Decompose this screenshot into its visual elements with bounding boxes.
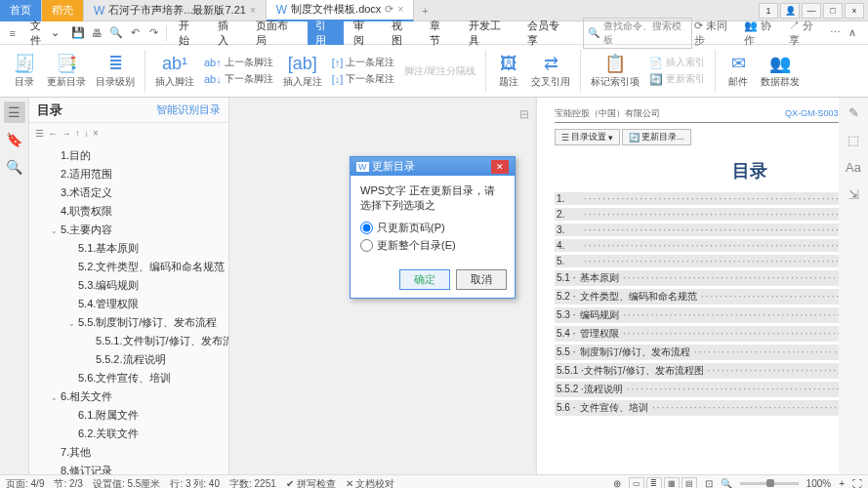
radio-pages-input[interactable] [360, 222, 373, 234]
redo-icon[interactable]: ↷ [145, 24, 162, 42]
collapse-ribbon-icon[interactable]: ∧ [848, 26, 856, 39]
toc-row[interactable]: 4.······································… [555, 239, 839, 252]
next-endnote-btn[interactable]: [↓]下一条尾注 [328, 71, 399, 87]
status-page[interactable]: 页面: 4/9 [6, 477, 44, 489]
close-icon[interactable]: × [397, 4, 403, 15]
menu-insert[interactable]: 插入 [210, 21, 246, 45]
toc-row[interactable]: 3.······································… [555, 224, 839, 236]
view-outline-btn[interactable]: ≣ [646, 477, 662, 489]
collab-btn[interactable]: 👥 协作 [744, 19, 780, 48]
menu-references[interactable]: 引用 [308, 21, 344, 45]
outline-item[interactable]: 5.4.管理权限 [29, 295, 228, 313]
zoom-in-btn[interactable]: + [839, 478, 845, 488]
dialog-close-btn[interactable]: ✕ [491, 160, 509, 174]
command-search[interactable]: 🔍查找命令、搜索模板 [583, 18, 693, 49]
outline-tool-3[interactable]: → [62, 128, 71, 139]
menu-icon[interactable]: ≡ [4, 24, 21, 42]
update-index-btn[interactable]: 🔄更新索引 [645, 71, 709, 87]
menu-dev[interactable]: 开发工具 [461, 21, 518, 45]
outline-item[interactable]: 3.术语定义 [29, 183, 228, 202]
smart-detect-btn[interactable]: 智能识别目录 [156, 102, 221, 117]
outline-item[interactable]: 2.适用范围 [29, 165, 228, 183]
page-margin-handle[interactable]: ⊟ [519, 107, 529, 121]
outline-tool-6[interactable]: × [93, 128, 99, 139]
more-icon[interactable]: ⋯ [830, 26, 841, 39]
outline-item[interactable]: ⌄6.相关文件 [29, 387, 228, 406]
view-read-btn[interactable]: ▤ [682, 477, 697, 489]
cancel-button[interactable]: 取消 [456, 269, 507, 290]
bookmark-pane-btn[interactable]: 🔖 [4, 129, 25, 150]
toc-row[interactable]: 5.5 ·制度制订/修订、发布流程·······················… [555, 345, 839, 360]
zoom-level[interactable]: 100% [806, 478, 832, 488]
menu-layout[interactable]: 页面布局 [248, 21, 306, 45]
toc-settings-btn[interactable]: ☰ 目录设置 ▾ [555, 129, 620, 145]
outline-tool-4[interactable]: ↑ [75, 128, 80, 139]
minimize-btn[interactable]: — [802, 3, 821, 19]
outline-pane-btn[interactable]: ☰ [4, 102, 25, 123]
rt-brush-icon[interactable]: ✎ [843, 102, 864, 123]
toc-row[interactable]: 5.2 ·文件类型、编码和命名规范·······················… [555, 289, 839, 305]
sync-status[interactable]: ⟳ 未同步 [694, 19, 736, 48]
toc-row[interactable]: 5.1 ·基本原则·······························… [555, 270, 839, 286]
fit-icon[interactable]: ⊡ [705, 478, 713, 488]
outline-item[interactable]: 5.5.1.文件制订/修订、发布流程图 [29, 332, 228, 350]
zoom-thumb[interactable] [766, 479, 774, 487]
menu-member[interactable]: 会员专享 [519, 21, 577, 45]
outline-item[interactable]: 6.2.关联文件 [29, 425, 228, 443]
outline-item[interactable]: 5.2.文件类型、编码和命名规范 [29, 258, 228, 276]
share-btn[interactable]: ↗ 分享 [789, 19, 822, 48]
toc-row[interactable]: 5.3 ·编码规则·······························… [555, 307, 839, 323]
proof-btn[interactable]: ✕ 文档校对 [346, 477, 395, 489]
tab-add[interactable]: + [414, 5, 435, 17]
caption-btn[interactable]: 🖼题注 [492, 52, 525, 91]
toc-row[interactable]: 5.4 ·管理权限·······························… [555, 326, 839, 342]
preview-icon[interactable]: 🔍 [107, 24, 124, 42]
radio-entire-toc[interactable]: 更新整个目录(E) [360, 238, 505, 253]
toc-btn[interactable]: 🧾目录 [8, 51, 41, 91]
insert-footnote-btn[interactable]: ab¹插入脚注 [151, 52, 198, 91]
ok-button[interactable]: 确定 [399, 269, 450, 290]
toc-row[interactable]: 5.5.2 ·流程说明·····························… [555, 382, 839, 397]
toc-row[interactable]: 5.6 ·文件宣传、培训····························… [555, 400, 839, 416]
rt-style-icon[interactable]: Aa [843, 156, 864, 178]
zoom-out-btn[interactable]: 🔍 [721, 478, 732, 488]
mark-index-btn[interactable]: 📋标记索引项 [587, 51, 643, 91]
outline-item[interactable]: 5.6.文件宣传、培训 [29, 369, 228, 387]
next-footnote-btn[interactable]: ab↓下一条脚注 [200, 71, 277, 87]
tab-count[interactable]: 1 [759, 3, 778, 19]
status-words[interactable]: 字数: 2251 [229, 477, 276, 489]
toc-row[interactable]: 5.······································… [555, 255, 839, 267]
menu-start[interactable]: 开始 [171, 21, 207, 45]
undo-icon[interactable]: ↶ [127, 24, 144, 42]
zoom-slider[interactable] [740, 482, 799, 485]
user-icon[interactable]: 👤 [780, 3, 800, 19]
radio-entire-input[interactable] [360, 239, 373, 252]
toc-row[interactable]: 5.5.1 ·文件制订/修订、发布流程图····················… [555, 363, 839, 379]
search-pane-btn[interactable]: 🔍 [4, 156, 25, 178]
tab-doc1[interactable]: W石河子市声培养...最新版7.21× [84, 0, 267, 21]
insert-endnote-btn[interactable]: [ab]插入尾注 [279, 52, 326, 91]
menu-review[interactable]: 审阅 [346, 21, 382, 45]
menu-file[interactable]: 文件 ⌄ [22, 21, 67, 45]
view-page-btn[interactable]: ▭ [629, 477, 644, 489]
radio-pages-only[interactable]: 只更新页码(P) [360, 221, 505, 235]
outline-tool-2[interactable]: ← [48, 128, 58, 139]
menu-chapter[interactable]: 章节 [422, 21, 458, 45]
toc-level-btn[interactable]: ≣目录级别 [92, 51, 139, 91]
spell-check-btn[interactable]: ✔ 拼写检查 [286, 477, 336, 489]
document-area[interactable]: ⊟ 宝能控股（中国）有限公司 QX-GM-S003《制度文件管理办法》V1.0 … [229, 98, 839, 474]
outline-item[interactable]: 8.修订记录 [29, 462, 228, 474]
outline-item[interactable]: ⌄5.主要内容 [29, 221, 228, 239]
prev-footnote-btn[interactable]: ab↑上一条脚注 [200, 55, 277, 70]
outline-item[interactable]: 7.其他 [29, 443, 228, 462]
toc-row[interactable]: 1.······································… [555, 192, 839, 205]
outline-list[interactable]: 1.目的2.适用范围3.术语定义4.职责权限⌄5.主要内容5.1.基本原则5.2… [29, 142, 228, 474]
update-toc-btn[interactable]: 📑更新目录 [43, 51, 90, 91]
menu-view[interactable]: 视图 [384, 21, 420, 45]
toc-row[interactable]: 2.······································… [555, 208, 839, 221]
nav-icon[interactable]: ⊕ [613, 478, 621, 488]
outline-item[interactable]: 6.1.附属文件 [29, 406, 228, 425]
outline-tool-1[interactable]: ☰ [35, 128, 44, 139]
outline-item[interactable]: 5.5.2.流程说明 [29, 350, 228, 369]
save-icon[interactable]: 💾 [69, 24, 86, 42]
